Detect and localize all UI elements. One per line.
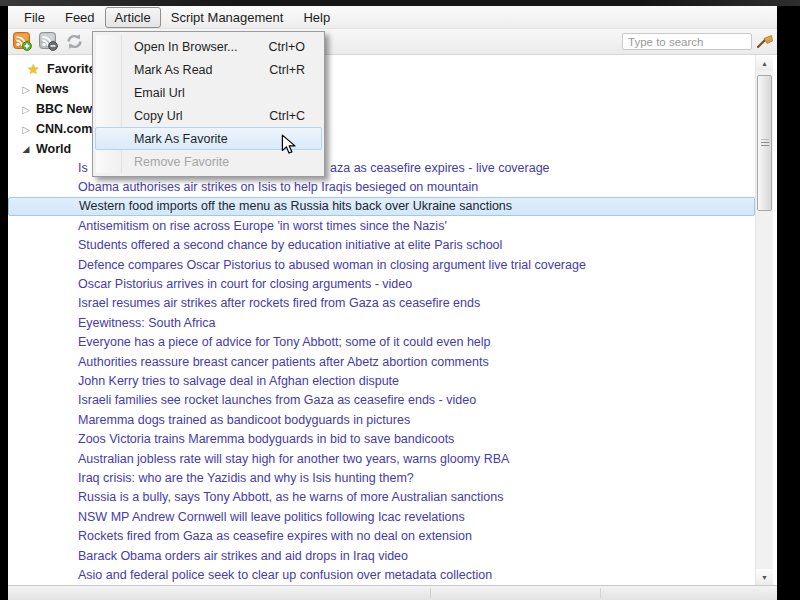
article-row[interactable]: Antisemitism on rise across Europe 'in w… bbox=[8, 216, 755, 235]
article-title: Israel resumes air strikes after rockets… bbox=[78, 296, 480, 310]
scrollbar-thumb[interactable] bbox=[757, 75, 772, 211]
tree-expanded-icon[interactable]: ◢ bbox=[19, 144, 33, 154]
broom-icon bbox=[756, 33, 774, 51]
article-row[interactable]: Zoos Victoria trains Maremma bodyguards … bbox=[8, 429, 755, 448]
tree-collapsed-icon[interactable]: ▷ bbox=[19, 104, 33, 115]
refresh-feeds-button[interactable] bbox=[65, 32, 84, 51]
feed-tree-label: News bbox=[36, 82, 69, 96]
article-row[interactable]: Israel resumes air strikes after rockets… bbox=[8, 294, 755, 313]
toolbar-buttons bbox=[13, 32, 84, 51]
scroll-up-button[interactable]: ▲ bbox=[756, 55, 773, 71]
menu-item-shortcut: Ctrl+R bbox=[269, 63, 321, 77]
menu-item-label: Email Url bbox=[134, 86, 185, 100]
add-feed-button[interactable] bbox=[13, 32, 32, 51]
article-row[interactable]: Defence compares Oscar Pistorius to abus… bbox=[8, 255, 755, 274]
menu-item-mark-as-read[interactable]: Mark As ReadCtrl+R bbox=[95, 58, 322, 81]
feed-tree-label: World bbox=[36, 142, 71, 156]
menu-item-label: Remove Favorite bbox=[134, 155, 229, 169]
article-title: Asio and federal police seek to clear up… bbox=[78, 568, 492, 582]
article-row[interactable]: John Kerry tries to salvage deal in Afgh… bbox=[8, 371, 755, 390]
article-row[interactable]: Asio and federal police seek to clear up… bbox=[8, 565, 755, 584]
article-title: Everyone has a piece of advice for Tony … bbox=[78, 335, 491, 349]
menu-item-open-in-browser[interactable]: Open In Browser...Ctrl+O bbox=[95, 35, 322, 58]
article-title: Australian jobless rate will stay high f… bbox=[78, 452, 509, 466]
article-row[interactable]: Oscar Pistorius arrives in court for clo… bbox=[8, 274, 755, 293]
star-icon: ★ bbox=[27, 61, 44, 77]
menu-item-shortcut: Ctrl+C bbox=[269, 109, 321, 123]
article-row[interactable]: Authorities reassure breast cancer patie… bbox=[8, 352, 755, 371]
article-row[interactable]: Everyone has a piece of advice for Tony … bbox=[8, 333, 755, 352]
article-title: Antisemitism on rise across Europe 'in w… bbox=[78, 219, 447, 233]
feed-tree-label: BBC News bbox=[36, 102, 99, 116]
scroll-down-button[interactable]: ▼ bbox=[756, 569, 773, 585]
tree-collapsed-icon[interactable]: ▷ bbox=[19, 124, 33, 135]
article-title-fragment: aza as ceasefire expires - live coverage bbox=[330, 161, 550, 175]
menu-item-label: Copy Url bbox=[134, 109, 183, 123]
tree-collapsed-icon[interactable]: ▷ bbox=[19, 84, 33, 95]
status-bar bbox=[8, 585, 777, 600]
article-title-fragment: Is bbox=[78, 161, 88, 175]
menu-feed[interactable]: Feed bbox=[55, 7, 105, 28]
menu-script-management[interactable]: Script Management bbox=[161, 7, 294, 28]
menu-article[interactable]: Article bbox=[105, 7, 161, 28]
menu-item-label: Mark As Read bbox=[134, 63, 213, 77]
menu-item-copy-url[interactable]: Copy UrlCtrl+C bbox=[95, 104, 322, 127]
article-title: Maremma dogs trained as bandicoot bodygu… bbox=[78, 413, 410, 427]
article-title: Obama authorises air strikes on Isis to … bbox=[78, 180, 478, 194]
article-title: Defence compares Oscar Pistorius to abus… bbox=[78, 258, 586, 272]
status-bar-separator bbox=[600, 588, 601, 598]
refresh-icon bbox=[65, 32, 84, 51]
article-title: Western food imports off the menu as Rus… bbox=[79, 199, 512, 213]
scrollbar-grip bbox=[761, 140, 769, 147]
article-title: Authorities reassure breast cancer patie… bbox=[78, 355, 489, 369]
article-title: John Kerry tries to salvage deal in Afgh… bbox=[78, 374, 399, 388]
rss-add-icon bbox=[13, 32, 32, 51]
article-row[interactable]: Barack Obama orders air strikes and aid … bbox=[8, 546, 755, 565]
article-row-selected[interactable]: Western food imports off the menu as Rus… bbox=[8, 197, 755, 216]
search-input[interactable] bbox=[622, 33, 752, 50]
article-row[interactable]: Russia is a bully, says Tony Abbott, as … bbox=[8, 488, 755, 507]
article-row[interactable]: Rockets fired from Gaza as ceasefire exp… bbox=[8, 526, 755, 545]
article-title: Russia is a bully, says Tony Abbott, as … bbox=[78, 490, 503, 504]
article-title: Eyewitness: South Africa bbox=[78, 316, 216, 330]
article-title: Zoos Victoria trains Maremma bodyguards … bbox=[78, 432, 454, 446]
article-title: Iraq crisis: who are the Yazidis and why… bbox=[78, 471, 414, 485]
menu-bar: FileFeedArticleScript ManagementHelp bbox=[8, 6, 777, 29]
article-row[interactable]: NSW MP Andrew Cornwell will leave politi… bbox=[8, 507, 755, 526]
article-row[interactable]: Obama authorises air strikes on Isis to … bbox=[8, 177, 755, 196]
clear-search-icon[interactable] bbox=[756, 33, 774, 51]
article-title: Rockets fired from Gaza as ceasefire exp… bbox=[78, 529, 472, 543]
feed-tree-label: CNN.com bbox=[36, 122, 92, 136]
article-row[interactable]: Students offered a second chance by educ… bbox=[8, 236, 755, 255]
vertical-scrollbar[interactable]: ▲ ▼ bbox=[755, 55, 773, 585]
article-title: Students offered a second chance by educ… bbox=[78, 238, 502, 252]
menu-item-label: Open In Browser... bbox=[134, 40, 238, 54]
remove-feed-button[interactable] bbox=[39, 32, 58, 51]
menu-help[interactable]: Help bbox=[293, 7, 340, 28]
menu-item-label: Mark As Favorite bbox=[134, 132, 228, 146]
article-title: Barack Obama orders air strikes and aid … bbox=[78, 549, 408, 563]
article-row[interactable]: Eyewitness: South Africa bbox=[8, 313, 755, 332]
screen: FileFeedArticleScript ManagementHelp bbox=[0, 0, 800, 600]
article-title: Oscar Pistorius arrives in court for clo… bbox=[78, 277, 412, 291]
menu-file[interactable]: File bbox=[14, 7, 55, 28]
menu-item-shortcut: Ctrl+O bbox=[269, 40, 321, 54]
menu-item-email-url[interactable]: Email Url bbox=[95, 81, 322, 104]
article-row[interactable]: Israeli families see rocket launches fro… bbox=[8, 391, 755, 410]
article-list: Isaza as ceasefire expires - live covera… bbox=[8, 158, 755, 585]
article-row[interactable]: Iraq crisis: who are the Yazidis and why… bbox=[8, 468, 755, 487]
rss-remove-icon bbox=[39, 32, 58, 51]
mouse-cursor bbox=[281, 134, 297, 156]
article-row[interactable]: Australian jobless rate will stay high f… bbox=[8, 449, 755, 468]
article-title: NSW MP Andrew Cornwell will leave politi… bbox=[78, 510, 465, 524]
article-title: Israeli families see rocket launches fro… bbox=[78, 393, 476, 407]
status-bar-separator bbox=[430, 588, 431, 598]
article-row[interactable]: Maremma dogs trained as bandicoot bodygu… bbox=[8, 410, 755, 429]
